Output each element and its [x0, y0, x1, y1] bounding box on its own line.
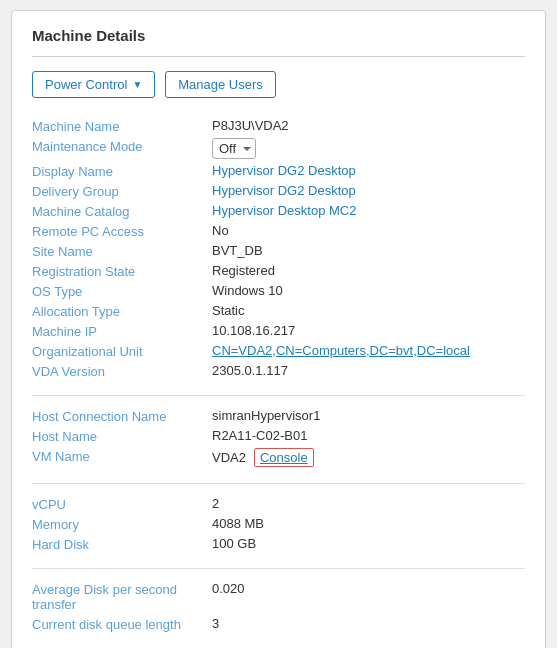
registration-state-row: Registration State Registered [32, 261, 525, 281]
disk-queue-value: 3 [212, 616, 525, 631]
allocation-type-row: Allocation Type Static [32, 301, 525, 321]
memory-label: Memory [32, 516, 212, 532]
manage-users-button[interactable]: Manage Users [165, 71, 276, 98]
vcpu-row: vCPU 2 [32, 494, 525, 514]
machine-catalog-row: Machine Catalog Hypervisor Desktop MC2 [32, 201, 525, 221]
avg-disk-value: 0.020 [212, 581, 525, 596]
machine-ip-label: Machine IP [32, 323, 212, 339]
site-name-label: Site Name [32, 243, 212, 259]
vm-name-container: VDA2 Console [212, 448, 525, 467]
section-divider-2 [32, 483, 525, 484]
delivery-group-value[interactable]: Hypervisor DG2 Desktop [212, 183, 356, 198]
host-details-section: Host Connection Name simranHypervisor1 H… [32, 406, 525, 469]
section-divider-1 [32, 395, 525, 396]
host-name-value: R2A11-C02-B01 [212, 428, 525, 443]
host-name-row: Host Name R2A11-C02-B01 [32, 426, 525, 446]
console-link[interactable]: Console [254, 448, 314, 467]
host-connection-row: Host Connection Name simranHypervisor1 [32, 406, 525, 426]
registration-state-label: Registration State [32, 263, 212, 279]
vcpu-label: vCPU [32, 496, 212, 512]
avg-disk-row: Average Disk per second transfer 0.020 [32, 579, 525, 614]
display-name-row: Display Name Hypervisor DG2 Desktop [32, 161, 525, 181]
hard-disk-value: 100 GB [212, 536, 525, 551]
delivery-group-row: Delivery Group Hypervisor DG2 Desktop [32, 181, 525, 201]
vm-stats-section: vCPU 2 Memory 4088 MB Hard Disk 100 GB [32, 494, 525, 554]
hard-disk-label: Hard Disk [32, 536, 212, 552]
vm-name-label: VM Name [32, 448, 212, 464]
manage-users-label: Manage Users [178, 77, 263, 92]
vm-name-value: VDA2 Console [212, 448, 525, 467]
vda-version-label: VDA Version [32, 363, 212, 379]
org-unit-label: Organizational Unit [32, 343, 212, 359]
display-name-value[interactable]: Hypervisor DG2 Desktop [212, 163, 356, 178]
machine-name-row: Machine Name P8J3U\VDA2 [32, 116, 525, 136]
vda-version-value: 2305.0.1.117 [212, 363, 525, 378]
org-unit-row: Organizational Unit CN=VDA2,CN=Computers… [32, 341, 525, 361]
os-type-value: Windows 10 [212, 283, 525, 298]
display-name-label: Display Name [32, 163, 212, 179]
site-name-value: BVT_DB [212, 243, 525, 258]
maintenance-mode-value: Off On [212, 138, 525, 159]
avg-disk-label: Average Disk per second transfer [32, 581, 212, 612]
maintenance-mode-row: Maintenance Mode Off On [32, 136, 525, 161]
os-type-label: OS Type [32, 283, 212, 299]
power-control-button[interactable]: Power Control ▼ [32, 71, 155, 98]
maintenance-mode-label: Maintenance Mode [32, 138, 212, 154]
org-unit-value[interactable]: CN=VDA2,CN=Computers,DC=bvt,DC=local [212, 343, 470, 358]
allocation-type-label: Allocation Type [32, 303, 212, 319]
power-control-label: Power Control [45, 77, 127, 92]
host-connection-label: Host Connection Name [32, 408, 212, 424]
delivery-group-label: Delivery Group [32, 183, 212, 199]
chevron-down-icon: ▼ [132, 79, 142, 90]
vda-version-row: VDA Version 2305.0.1.117 [32, 361, 525, 381]
maintenance-mode-select[interactable]: Off On [212, 138, 256, 159]
section-divider-3 [32, 568, 525, 569]
toolbar: Power Control ▼ Manage Users [32, 71, 525, 98]
machine-name-label: Machine Name [32, 118, 212, 134]
os-type-row: OS Type Windows 10 [32, 281, 525, 301]
disk-stats-section: Average Disk per second transfer 0.020 C… [32, 579, 525, 634]
hard-disk-row: Hard Disk 100 GB [32, 534, 525, 554]
vcpu-value: 2 [212, 496, 525, 511]
host-connection-value: simranHypervisor1 [212, 408, 525, 423]
machine-details-panel: Machine Details Power Control ▼ Manage U… [11, 10, 546, 648]
remote-pc-row: Remote PC Access No [32, 221, 525, 241]
machine-ip-value: 10.108.16.217 [212, 323, 525, 338]
disk-queue-label: Current disk queue length [32, 616, 212, 632]
machine-ip-row: Machine IP 10.108.16.217 [32, 321, 525, 341]
machine-details-section: Machine Name P8J3U\VDA2 Maintenance Mode… [32, 116, 525, 381]
vm-name-text: VDA2 [212, 450, 246, 465]
memory-value: 4088 MB [212, 516, 525, 531]
page-title: Machine Details [32, 27, 525, 44]
machine-name-value: P8J3U\VDA2 [212, 118, 525, 133]
vm-name-row: VM Name VDA2 Console [32, 446, 525, 469]
remote-pc-value: No [212, 223, 525, 238]
machine-catalog-label: Machine Catalog [32, 203, 212, 219]
title-divider [32, 56, 525, 57]
memory-row: Memory 4088 MB [32, 514, 525, 534]
host-name-label: Host Name [32, 428, 212, 444]
site-name-row: Site Name BVT_DB [32, 241, 525, 261]
allocation-type-value: Static [212, 303, 525, 318]
machine-catalog-value[interactable]: Hypervisor Desktop MC2 [212, 203, 357, 218]
disk-queue-row: Current disk queue length 3 [32, 614, 525, 634]
registration-state-value: Registered [212, 263, 525, 278]
remote-pc-label: Remote PC Access [32, 223, 212, 239]
